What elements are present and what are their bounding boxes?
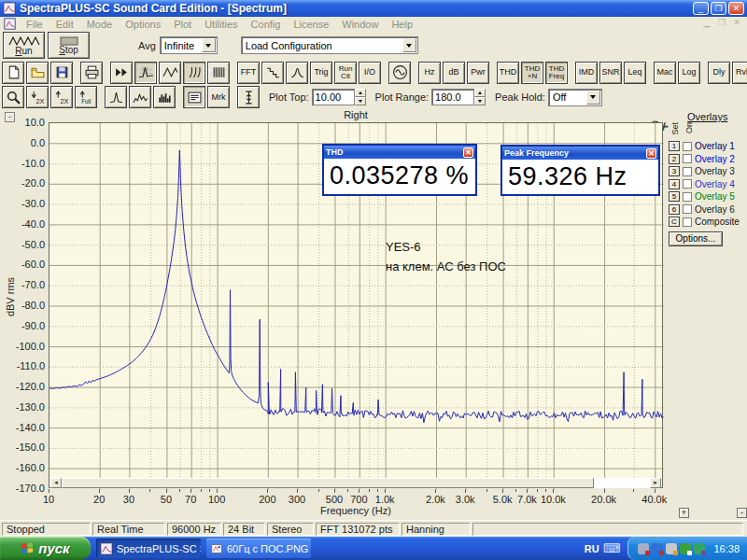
print-button[interactable] [80,62,103,84]
io-button[interactable]: I/O [359,62,381,84]
overlay-on-checkbox-4[interactable] [683,179,692,189]
keyboard-icon[interactable]: ⌨ [603,541,621,555]
zoom-out-full-button[interactable]: Full [75,86,97,108]
db-button[interactable]: dB [443,62,465,84]
document-icon[interactable] [4,18,16,30]
close-icon[interactable]: ✕ [463,147,473,158]
thd-meter-window[interactable]: THD ✕ 0.035278 % [322,144,477,196]
mac-button[interactable]: Mac [654,62,676,84]
menu-options[interactable]: Options [119,18,167,31]
load-configuration-select[interactable]: Load Configuration [241,36,418,54]
minimize-button[interactable]: _ [693,2,709,15]
trigger-button[interactable]: Trig [310,62,332,84]
overlay-on-checkbox-6[interactable] [683,204,692,214]
stop-button[interactable]: Stop [48,32,90,59]
avg-select[interactable]: Infinite [160,36,218,54]
menu-plot[interactable]: Plot [167,18,198,31]
log-button[interactable]: Log [678,62,700,84]
menu-window[interactable]: Window [335,18,385,31]
scroll-thumb[interactable] [62,478,594,488]
peak-hold-select[interactable]: Off [548,89,602,106]
overlays-title[interactable]: Overlays [687,111,747,122]
scaling-button[interactable] [261,62,284,84]
overlay-set-button-6[interactable]: 6 [669,204,680,215]
menu-config[interactable]: Config [245,18,288,31]
open-button[interactable] [26,62,49,84]
display-error-icon[interactable] [638,543,649,554]
overlay-set-button-2[interactable]: 2 [669,154,680,164]
overlay-set-button-3[interactable]: 3 [669,166,680,176]
spectrogram-view-button[interactable] [207,62,230,84]
menu-utilities[interactable]: Utilities [198,18,244,31]
thd-n-button[interactable]: THD +N [521,62,543,84]
thd-meter-titlebar[interactable]: THD ✕ [324,146,475,159]
zoom-out-2x-button[interactable]: 2X [50,86,73,108]
menu-mode[interactable]: Mode [80,18,120,31]
mdi-window-buttons[interactable]: ▁ ❐ ✕ [703,18,743,27]
start-button[interactable]: пуск [0,537,91,560]
scroll-left-icon[interactable]: ◄ [50,478,62,488]
line-plot-button[interactable] [129,86,151,108]
chevron-down-icon[interactable] [402,38,416,52]
close-button[interactable]: ✕ [728,2,744,15]
overlay-set-button-C[interactable]: C [669,217,680,227]
peak-frequency-window[interactable]: Peak Frequency ✕ 59.326 Hz [500,145,660,196]
plot-horizontal-scrollbar[interactable]: ◄ ► [50,478,661,488]
volume-icon[interactable] [694,543,705,554]
scroll-right-icon[interactable]: ► [650,478,661,488]
plot-top-input[interactable] [312,89,355,105]
zoom-out-button[interactable]: - [737,508,747,518]
phase-view-button[interactable] [159,62,181,84]
bar-plot-button[interactable] [153,86,176,108]
task-button-1[interactable]: 60Гц с ПОС.PNG - Paint [206,539,311,558]
overlay-on-checkbox-1[interactable] [683,142,692,151]
overlay-on-checkbox-5[interactable] [683,192,692,202]
run-control-button[interactable]: Run Ctl [334,62,357,84]
overlay-set-button-5[interactable]: 5 [669,191,680,202]
legend-button[interactable] [183,86,205,108]
scheduler-icon[interactable] [666,543,677,554]
restore-button[interactable]: ❐ [711,2,726,15]
thd-button[interactable]: THD [497,62,519,84]
task-button-0[interactable]: SpectraPLUS-SC Sou... [96,539,201,558]
overlays-options-button[interactable]: Options... [669,231,723,246]
smoothing-button[interactable] [286,62,308,84]
thd-freq-button[interactable]: THD Freq [545,62,568,84]
peak-frequency-titlebar[interactable]: Peak Frequency ✕ [502,147,658,160]
zoom-in-2x-button[interactable]: 2X [26,86,49,108]
plot-range-input[interactable] [431,89,474,105]
surface-view-button[interactable] [183,62,205,84]
messenger-icon[interactable] [652,543,663,554]
language-indicator[interactable]: RU [585,543,599,554]
spectrum-view-button[interactable] [134,62,157,84]
menu-license[interactable]: License [287,18,335,31]
run-button[interactable]: Run [3,32,45,59]
new-button[interactable] [2,62,24,84]
overlay-on-checkbox-2[interactable] [683,154,692,163]
save-button[interactable] [50,62,73,84]
graphics-utility-icon[interactable] [680,543,691,554]
menu-edit[interactable]: Edit [49,18,80,31]
time-series-button[interactable] [110,62,133,84]
overlay-set-button-4[interactable]: 4 [669,179,680,189]
cursor-button[interactable] [237,86,260,108]
zoom-in-button[interactable]: + [679,508,689,518]
title-bar[interactable]: SpectraPLUS-SC Sound Card Edition - [Spe… [0,0,747,17]
chevron-down-icon[interactable] [202,38,216,52]
overlay-on-checkbox-3[interactable] [683,167,692,176]
close-icon[interactable]: ✕ [646,148,656,159]
fft-button[interactable]: FFT [237,62,260,84]
menu-help[interactable]: Help [385,18,419,31]
snr-button[interactable]: SNR [599,62,622,84]
overlay-on-checkbox-C[interactable] [683,217,692,227]
hz-button[interactable]: Hz [418,62,441,84]
generator-button[interactable] [388,62,411,84]
overlay-set-button-1[interactable]: 1 [669,141,680,151]
marker-button[interactable]: Mrk [207,86,230,108]
chevron-down-icon[interactable] [586,91,600,105]
leq-button[interactable]: Leq [624,62,646,84]
pwr-button[interactable]: Pwr [467,62,489,84]
zoom-button[interactable] [2,86,24,108]
menu-file[interactable]: File [20,18,49,31]
peak-plot-button[interactable] [105,86,127,108]
